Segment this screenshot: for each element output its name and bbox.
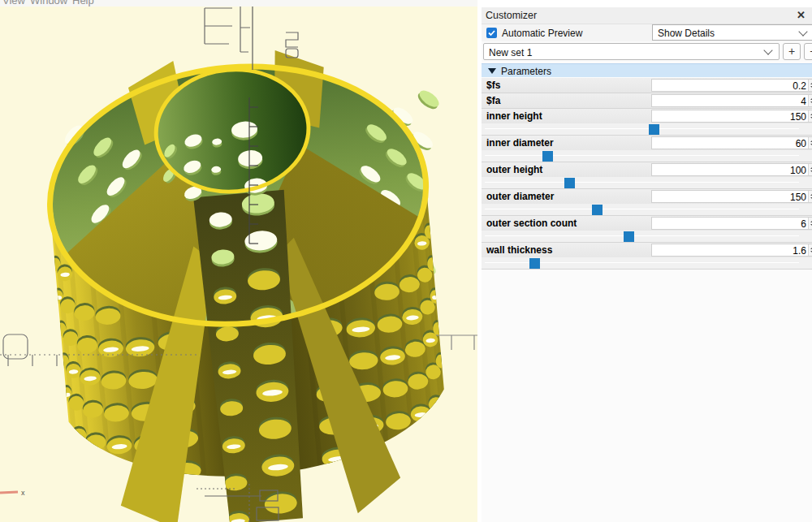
parameter-row: wall thickness 1.6 bbox=[482, 243, 812, 257]
slider-thumb[interactable] bbox=[542, 151, 553, 162]
parameter-group: outer height 100 bbox=[482, 162, 812, 189]
spinbox-arrows-icon[interactable] bbox=[808, 244, 812, 256]
3d-viewport[interactable]: View Window Help x bbox=[0, 0, 477, 522]
menu-window[interactable]: Window bbox=[30, 0, 67, 6]
slider-thumb[interactable] bbox=[592, 205, 603, 215]
parameter-name: outer height bbox=[486, 164, 542, 175]
parameter-name: outer diameter bbox=[486, 191, 554, 202]
parameter-slider bbox=[482, 204, 812, 215]
parameter-value: 100 bbox=[790, 165, 806, 176]
customizer-header: Customizer ✕ bbox=[482, 7, 812, 24]
parameter-slider bbox=[482, 257, 812, 269]
parameter-row: $fs 0.2 bbox=[482, 78, 812, 93]
spinbox-arrows-icon[interactable] bbox=[808, 218, 812, 229]
chevron-down-icon bbox=[763, 45, 772, 54]
add-preset-button[interactable]: + bbox=[783, 43, 801, 60]
parameter-value: 0.2 bbox=[793, 80, 806, 92]
parameter-name: outer section count bbox=[486, 218, 577, 229]
parameter-name: inner diameter bbox=[486, 137, 554, 149]
parameter-slider bbox=[482, 123, 812, 135]
parameter-row: inner height 150 bbox=[482, 109, 812, 123]
parameter-slider bbox=[482, 150, 812, 162]
panel-top-spacer bbox=[482, 0, 812, 7]
preview-row: Automatic Preview Show Details bbox=[482, 24, 812, 41]
parameter-group: inner diameter 60 bbox=[482, 136, 812, 162]
openscad-window: View Window Help x Customizer ✕ Automati… bbox=[0, 0, 812, 522]
parameter-slider bbox=[482, 231, 812, 242]
parameter-group: outer section count 6 bbox=[482, 216, 812, 243]
parameter-value: 4 bbox=[801, 96, 806, 107]
parameter-name: $fs bbox=[486, 80, 500, 91]
slider-track[interactable] bbox=[485, 209, 799, 209]
parameter-value-field[interactable]: 0.2 bbox=[651, 79, 812, 92]
preset-dropdown[interactable]: New set 1 bbox=[483, 43, 780, 60]
parameter-group: outer diameter 150 bbox=[482, 189, 812, 216]
model-render[interactable]: x bbox=[0, 0, 477, 522]
spinbox-arrows-icon[interactable] bbox=[808, 80, 812, 91]
preset-row: New set 1 + − bbox=[482, 42, 812, 61]
parameter-row: inner diameter 60 bbox=[482, 136, 812, 150]
parameter-value: 60 bbox=[796, 138, 806, 149]
parameter-name: inner height bbox=[486, 110, 542, 122]
parameters-list: $fs 0.2 $fa 4 inner height 150 bbox=[482, 78, 812, 270]
parameter-value: 150 bbox=[790, 192, 806, 203]
parameter-value-field[interactable]: 100 bbox=[651, 163, 812, 176]
automatic-preview-checkbox[interactable] bbox=[486, 28, 497, 38]
parameter-value-field[interactable]: 150 bbox=[651, 110, 812, 123]
x-axis-label: x bbox=[21, 489, 25, 497]
slider-thumb[interactable] bbox=[529, 258, 540, 269]
automatic-preview-label: Automatic Preview bbox=[502, 28, 582, 39]
spinbox-arrows-icon[interactable] bbox=[808, 95, 812, 106]
show-details-dropdown[interactable]: Show Details bbox=[652, 24, 812, 41]
parameter-row: outer diameter 150 bbox=[482, 189, 812, 204]
parameter-group: $fa 4 bbox=[482, 93, 812, 109]
spinbox-arrows-icon[interactable] bbox=[808, 191, 812, 202]
slider-thumb[interactable] bbox=[564, 178, 575, 188]
spinbox-arrows-icon[interactable] bbox=[808, 164, 812, 175]
parameter-value: 150 bbox=[790, 111, 806, 123]
parameter-row: $fa 4 bbox=[482, 93, 812, 108]
collapse-triangle-icon bbox=[488, 68, 496, 74]
parameter-row: outer height 100 bbox=[482, 162, 812, 177]
parameter-slider bbox=[482, 177, 812, 188]
parameter-value-field[interactable]: 6 bbox=[651, 217, 812, 230]
parameter-name: $fa bbox=[486, 95, 500, 106]
parameter-row: outer section count 6 bbox=[482, 216, 812, 231]
parameter-value-field[interactable]: 1.6 bbox=[651, 244, 812, 257]
slider-track[interactable] bbox=[485, 235, 799, 236]
customizer-panel: Customizer ✕ Automatic Preview Show Deta… bbox=[482, 0, 812, 522]
close-icon[interactable]: ✕ bbox=[797, 9, 806, 21]
check-icon bbox=[486, 28, 497, 38]
slider-thumb[interactable] bbox=[624, 231, 634, 242]
parameter-value-field[interactable]: 150 bbox=[651, 190, 812, 203]
preset-value: New set 1 bbox=[489, 47, 532, 58]
menu-help[interactable]: Help bbox=[72, 0, 94, 6]
parameters-label: Parameters bbox=[501, 66, 551, 77]
parameter-value: 6 bbox=[801, 218, 806, 230]
parameter-value: 1.6 bbox=[793, 245, 806, 257]
spinbox-arrows-icon[interactable] bbox=[808, 110, 812, 122]
menu-bar: View Window Help bbox=[0, 0, 477, 6]
remove-preset-button[interactable]: − bbox=[804, 43, 812, 60]
parameters-section-header[interactable]: Parameters bbox=[482, 63, 812, 77]
chevron-down-icon bbox=[798, 27, 807, 36]
slider-track[interactable] bbox=[485, 155, 799, 156]
parameter-group: wall thickness 1.6 bbox=[482, 243, 812, 270]
show-details-value: Show Details bbox=[658, 28, 715, 39]
slider-track[interactable] bbox=[485, 182, 799, 183]
slider-track[interactable] bbox=[485, 128, 799, 129]
parameter-name: wall thickness bbox=[486, 244, 552, 256]
slider-thumb[interactable] bbox=[649, 124, 659, 135]
parameter-group: inner height 150 bbox=[482, 109, 812, 136]
parameter-value-field[interactable]: 60 bbox=[651, 136, 812, 149]
spinbox-arrows-icon[interactable] bbox=[808, 137, 812, 149]
parameter-group: $fs 0.2 bbox=[482, 78, 812, 93]
customizer-title: Customizer bbox=[486, 10, 537, 21]
menu-view[interactable]: View bbox=[2, 0, 25, 6]
parameter-value-field[interactable]: 4 bbox=[651, 94, 812, 107]
